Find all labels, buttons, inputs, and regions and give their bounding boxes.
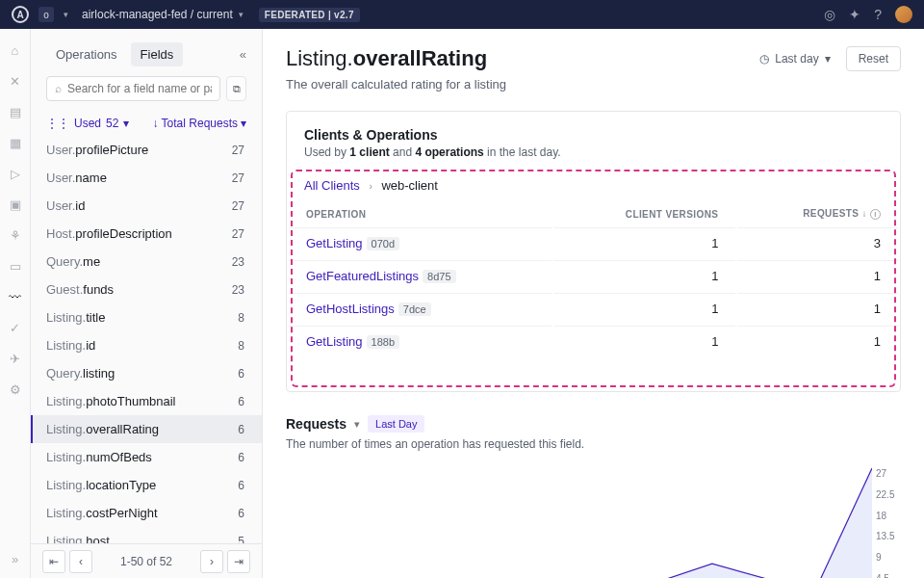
- arrow-down-icon: ↓: [153, 117, 159, 130]
- operation-hash: 188b: [367, 335, 399, 349]
- chevron-down-icon: ▾: [241, 117, 246, 130]
- table-row[interactable]: GetHostListings7dce11: [289, 293, 898, 324]
- search-field[interactable]: [67, 82, 212, 95]
- fields-sidebar: Operations Fields « ⌕ ⧉ ⋮⋮ Used 52 ▾ ↓ T…: [31, 29, 263, 578]
- col-operation[interactable]: Operation: [289, 202, 552, 225]
- clock-icon: ◷: [759, 52, 769, 66]
- search-icon: ⌕: [55, 82, 62, 95]
- nav-launch-icon[interactable]: ✈: [8, 351, 23, 366]
- field-row[interactable]: Listing.overallRating6: [31, 415, 262, 443]
- operation-hash: 7dce: [398, 302, 431, 316]
- visibility-icon[interactable]: ◎: [824, 7, 835, 22]
- field-row[interactable]: Query.listing6: [31, 359, 262, 387]
- nav-clients-icon[interactable]: ⚘: [8, 227, 23, 243]
- main-content: Listing.overallRating The overall calcul…: [263, 29, 924, 578]
- nav-insights-icon[interactable]: 〰: [8, 289, 23, 304]
- nav-expand-icon[interactable]: »: [8, 551, 23, 566]
- page-prev-button[interactable]: ‹: [69, 550, 92, 573]
- chevron-down-icon[interactable]: ▾: [354, 418, 360, 431]
- info-icon[interactable]: i: [870, 209, 881, 220]
- field-row[interactable]: Listing.id8: [31, 331, 262, 359]
- arrow-down-icon: ↓: [862, 208, 867, 219]
- pager: ⇤ ‹ 1-50 of 52 › ⇥: [31, 543, 262, 578]
- requests-chart: 2722.51813.594.5 May 14th1:00pm4:00pm7:0…: [286, 468, 901, 578]
- range-pill[interactable]: Last Day: [368, 415, 424, 433]
- page-title: Listing.overallRating: [286, 46, 506, 71]
- page-info: 1-50 of 52: [94, 555, 198, 568]
- nav-schema-icon[interactable]: ▤: [8, 104, 23, 119]
- table-row[interactable]: GetListing188b11: [289, 326, 898, 356]
- collapse-sidebar-icon[interactable]: «: [240, 47, 246, 62]
- chevron-down-icon: ▾: [64, 10, 68, 19]
- field-list[interactable]: User.profilePicture27User.name27User.id2…: [31, 136, 262, 543]
- operation-hash: 8d75: [423, 270, 455, 283]
- section-subtitle: The number of times an operation has req…: [286, 437, 901, 451]
- nav-sandbox-icon[interactable]: ▷: [8, 166, 23, 181]
- panel-title: Clients & Operations: [304, 127, 883, 143]
- col-client-versions[interactable]: Client Versions: [553, 202, 735, 225]
- col-requests[interactable]: Requests ↓i: [737, 202, 898, 225]
- help-icon[interactable]: ?: [874, 7, 882, 22]
- field-row[interactable]: Listing.locationType6: [31, 471, 262, 499]
- tab-fields[interactable]: Fields: [131, 42, 184, 66]
- apollo-logo[interactable]: A: [12, 6, 29, 23]
- breadcrumb-all-clients[interactable]: All Clients: [304, 178, 360, 193]
- chevron-down-icon: ▾: [825, 52, 831, 66]
- nav-check-icon[interactable]: ✓: [8, 320, 23, 335]
- chart-svg: [286, 468, 872, 578]
- clients-operations-panel: Clients & Operations Used by 1 client an…: [286, 111, 901, 392]
- reset-button[interactable]: Reset: [846, 46, 901, 71]
- field-row[interactable]: Listing.photoThumbnail6: [31, 387, 262, 415]
- operation-hash: 070d: [367, 237, 399, 250]
- field-row[interactable]: Guest.funds23: [31, 276, 262, 303]
- filter-icon: ⋮⋮: [46, 117, 69, 130]
- breadcrumb: All Clients › web-client: [287, 169, 900, 193]
- operation-link[interactable]: GetFeaturedListings: [306, 269, 419, 283]
- nav-checks-icon[interactable]: ▣: [8, 197, 23, 212]
- nav-home-icon[interactable]: ⌂: [8, 42, 23, 58]
- filter-used[interactable]: ⋮⋮ Used 52 ▾: [46, 117, 129, 130]
- field-row[interactable]: Listing.title8: [31, 303, 262, 331]
- field-row[interactable]: Listing.host5: [31, 527, 262, 543]
- chevron-down-icon: ▾: [239, 10, 244, 19]
- page-next-button[interactable]: ›: [200, 550, 223, 573]
- topbar: A o ▾ airlock-managed-fed / current ▾ FE…: [0, 0, 924, 29]
- chevron-right-icon: ›: [369, 181, 372, 192]
- nav-variants-icon[interactable]: ▭: [8, 258, 23, 274]
- field-row[interactable]: Query.me23: [31, 248, 262, 276]
- section-title: Requests: [286, 416, 346, 432]
- locate-button[interactable]: ⧉: [226, 76, 246, 101]
- graph-breadcrumb[interactable]: airlock-managed-fed / current: [82, 8, 233, 21]
- field-row[interactable]: Host.profileDescription27: [31, 220, 262, 248]
- field-row[interactable]: Listing.numOfBeds6: [31, 443, 262, 471]
- sort-total-requests[interactable]: ↓ Total Requests ▾: [153, 117, 246, 130]
- table-row[interactable]: GetListing070d13: [289, 227, 898, 258]
- time-range-selector[interactable]: ◷ Last day ▾: [752, 47, 837, 70]
- page-subtitle: The overall calculated rating for a list…: [286, 77, 506, 92]
- federated-badge: FEDERATED | v2.7: [259, 8, 360, 22]
- announce-icon[interactable]: ✦: [849, 7, 860, 22]
- requests-section: Requests ▾ Last Day The number of times …: [286, 415, 901, 578]
- field-row[interactable]: User.profilePicture27: [31, 136, 262, 164]
- nav-changes-icon[interactable]: ▦: [8, 135, 23, 150]
- breadcrumb-current: web-client: [381, 178, 438, 193]
- panel-subtitle: Used by 1 client and 4 operations in the…: [304, 145, 883, 159]
- operation-link[interactable]: GetListing: [306, 236, 363, 250]
- operation-link[interactable]: GetHostListings: [306, 302, 395, 316]
- nav-rail: ⌂ ✕ ▤ ▦ ▷ ▣ ⚘ ▭ 〰 ✓ ✈ ⚙ »: [0, 29, 31, 578]
- operation-link[interactable]: GetListing: [306, 334, 363, 349]
- page-first-button[interactable]: ⇤: [42, 550, 65, 573]
- page-last-button[interactable]: ⇥: [227, 550, 250, 573]
- org-switcher[interactable]: o: [38, 7, 54, 22]
- tab-operations[interactable]: Operations: [46, 42, 127, 66]
- table-row[interactable]: GetFeaturedListings8d7511: [289, 260, 898, 291]
- nav-settings-icon[interactable]: ⚙: [8, 381, 23, 397]
- operations-table: Operation Client Versions Requests ↓i Ge…: [287, 200, 900, 358]
- field-row[interactable]: User.name27: [31, 164, 262, 192]
- avatar[interactable]: [895, 6, 912, 23]
- search-input[interactable]: ⌕: [46, 76, 220, 101]
- field-row[interactable]: Listing.costPerNight6: [31, 499, 262, 527]
- nav-explorer-icon[interactable]: ✕: [8, 73, 23, 89]
- chevron-down-icon: ▾: [123, 117, 129, 130]
- field-row[interactable]: User.id27: [31, 192, 262, 220]
